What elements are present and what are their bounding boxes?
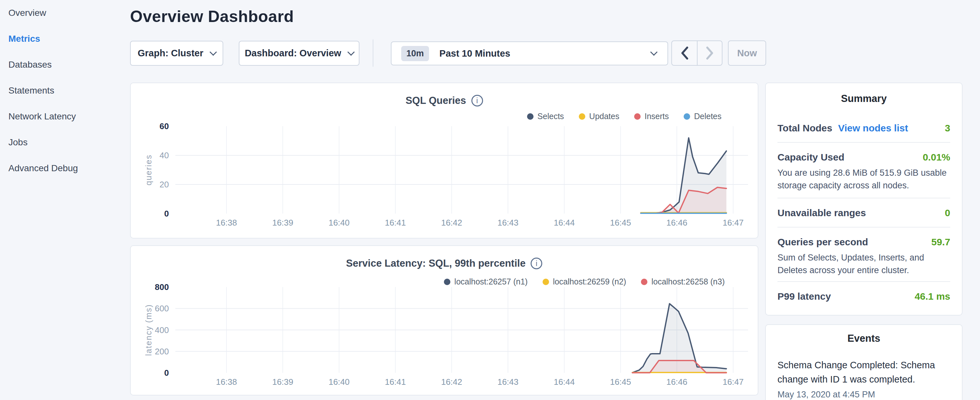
view-nodes-list-link[interactable]: View nodes list: [838, 123, 908, 134]
summary-row-value: 3: [945, 123, 950, 134]
summary-row-value: 59.7: [931, 237, 950, 247]
svg-text:16:44: 16:44: [554, 377, 574, 387]
svg-text:16:42: 16:42: [441, 377, 462, 387]
svg-text:16:43: 16:43: [497, 377, 518, 387]
summary-row-label: Capacity Used: [778, 152, 845, 163]
graph-dropdown[interactable]: Graph: Cluster: [130, 41, 223, 66]
summary-row-description: Sum of Selects, Updates, Inserts, and De…: [778, 252, 950, 277]
time-step-control: [671, 40, 722, 66]
events-panel: Events Schema Change Completed: Schema c…: [765, 324, 963, 400]
svg-text:16:39: 16:39: [272, 377, 293, 387]
summary-row-label: Unavailable ranges: [778, 207, 866, 218]
svg-text:16:47: 16:47: [722, 218, 743, 228]
svg-text:16:42: 16:42: [441, 218, 462, 228]
svg-text:16:44: 16:44: [554, 218, 574, 228]
svg-text:16:39: 16:39: [272, 218, 293, 228]
summary-panel: Summary Total Nodes View nodes list 3 Ca…: [765, 83, 963, 316]
divider: [778, 281, 950, 282]
svg-text:200: 200: [155, 347, 169, 356]
summary-row-label: P99 latency: [778, 291, 831, 302]
graph-dropdown-label: Graph: Cluster: [137, 48, 203, 59]
svg-text:16:45: 16:45: [610, 218, 631, 228]
event-message[interactable]: Schema Change Completed: Schema change w…: [778, 358, 950, 386]
summary-row-unavailable-ranges: Unavailable ranges 0: [778, 207, 950, 218]
svg-text:16:41: 16:41: [385, 377, 406, 387]
svg-text:16:38: 16:38: [216, 218, 237, 228]
sidebar-item-metrics[interactable]: Metrics: [0, 26, 129, 52]
chevron-left-icon: [680, 46, 689, 60]
svg-text:0: 0: [164, 209, 169, 218]
chevron-right-icon: [705, 46, 715, 60]
divider: [778, 198, 950, 198]
time-range-dropdown[interactable]: 10m Past 10 Minutes: [391, 41, 668, 65]
page-title: Overview Dashboard: [130, 7, 294, 26]
svg-text:800: 800: [155, 282, 169, 292]
next-range-button[interactable]: [697, 41, 722, 65]
svg-text:16:40: 16:40: [328, 218, 349, 228]
time-range-badge: 10m: [401, 46, 429, 61]
sidebar-item-advanced-debug[interactable]: Advanced Debug: [0, 155, 129, 181]
chevron-down-icon: [347, 48, 355, 56]
sidebar-nav: Overview Metrics Databases Statements Ne…: [0, 0, 129, 400]
svg-text:16:45: 16:45: [610, 377, 631, 387]
divider: [778, 227, 950, 228]
summary-row-value: 0.01%: [923, 152, 950, 163]
service-latency-plot[interactable]: 16:3816:3916:4016:4116:4216:4316:4416:45…: [131, 246, 759, 396]
summary-row-total-nodes: Total Nodes View nodes list 3: [778, 123, 950, 134]
summary-row-value: 46.1 ms: [915, 291, 950, 302]
svg-text:16:43: 16:43: [497, 218, 518, 228]
sidebar-menu: Overview Metrics Databases Statements Ne…: [0, 0, 129, 181]
svg-text:20: 20: [159, 180, 169, 189]
summary-row-value: 0: [945, 207, 950, 218]
summary-title: Summary: [778, 93, 950, 105]
svg-text:16:46: 16:46: [666, 377, 687, 387]
svg-text:400: 400: [155, 325, 169, 335]
prev-range-button[interactable]: [672, 41, 697, 65]
sidebar-item-statements[interactable]: Statements: [0, 78, 129, 104]
sidebar-item-databases[interactable]: Databases: [0, 52, 129, 78]
svg-text:40: 40: [159, 150, 169, 160]
svg-text:queries: queries: [144, 155, 153, 185]
overview-dashboard-page: { "header": { "title": "Overview Dashboa…: [0, 0, 980, 400]
summary-row-queries-per-second: Queries per second 59.7: [778, 237, 950, 247]
svg-text:16:38: 16:38: [216, 377, 237, 387]
time-range-label: Past 10 Minutes: [439, 48, 510, 59]
summary-row-capacity-used: Capacity Used 0.01%: [778, 152, 950, 163]
svg-text:0: 0: [164, 368, 169, 378]
svg-text:600: 600: [155, 304, 169, 313]
now-button-label: Now: [737, 48, 757, 59]
sidebar-item-network-latency[interactable]: Network Latency: [0, 104, 129, 129]
event-timestamp: May 13, 2020 at 4:45 PM: [778, 390, 950, 400]
divider: [778, 142, 950, 143]
svg-text:16:46: 16:46: [666, 218, 687, 228]
svg-text:latency (ms): latency (ms): [144, 304, 153, 356]
summary-row-label: Total Nodes: [778, 123, 832, 134]
sql-queries-plot[interactable]: 16:3816:3916:4016:4116:4216:4316:4416:45…: [131, 83, 759, 239]
now-button[interactable]: Now: [728, 40, 766, 66]
sql-queries-chart-card: SQL Queries i SelectsUpdatesInsertsDelet…: [130, 83, 758, 239]
dashboard-dropdown[interactable]: Dashboard: Overview: [239, 41, 360, 66]
svg-text:60: 60: [159, 121, 169, 131]
events-title: Events: [778, 333, 950, 344]
chevron-down-icon: [650, 49, 658, 56]
sidebar-item-overview[interactable]: Overview: [0, 0, 129, 26]
chevron-down-icon: [209, 48, 217, 56]
summary-row-label: Queries per second: [778, 237, 868, 247]
summary-row-description: You are using 28.6 MiB of 515.9 GiB usab…: [778, 167, 950, 192]
svg-text:16:47: 16:47: [722, 377, 743, 387]
svg-text:16:40: 16:40: [328, 377, 349, 387]
dashboard-dropdown-label: Dashboard: Overview: [245, 48, 341, 59]
summary-row-p99-latency: P99 latency 46.1 ms: [778, 291, 950, 302]
svg-text:16:41: 16:41: [385, 218, 406, 228]
sidebar-item-jobs[interactable]: Jobs: [0, 129, 129, 155]
controls-divider: [373, 40, 373, 67]
service-latency-chart-card: Service Latency: SQL, 99th percentile i …: [130, 245, 758, 395]
